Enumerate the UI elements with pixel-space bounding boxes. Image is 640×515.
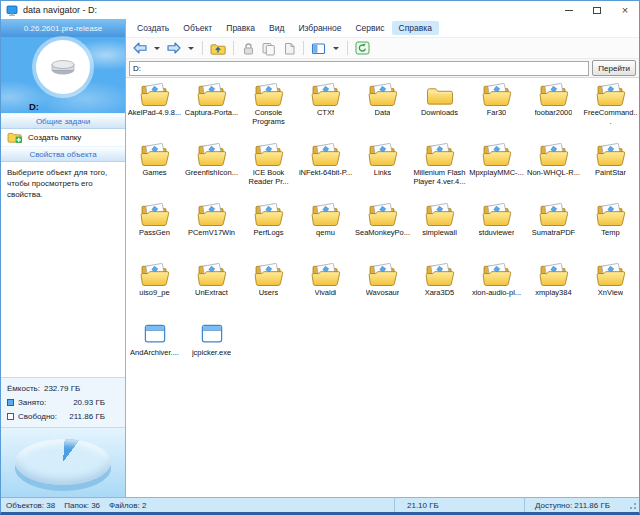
- menu-item-2[interactable]: Правка: [219, 21, 262, 35]
- address-bar: Перейти: [126, 58, 639, 78]
- file-item[interactable]: Non-WHQL-R...: [525, 140, 582, 200]
- views-button[interactable]: [308, 39, 329, 58]
- file-item[interactable]: Wavosaur: [354, 260, 411, 320]
- file-item-label: stduviewer: [479, 228, 515, 237]
- file-item[interactable]: xmplay384: [525, 260, 582, 320]
- file-icon: [139, 323, 171, 348]
- forward-dropdown-button[interactable]: [184, 39, 198, 58]
- file-item-label: UnExtract: [195, 288, 228, 297]
- file-item-label: Links: [374, 168, 392, 177]
- lock-icon: [240, 41, 256, 56]
- toolbar: [126, 37, 639, 58]
- folder-open-icon: [139, 143, 171, 168]
- back-dropdown-button[interactable]: [150, 39, 164, 58]
- minimize-button[interactable]: [555, 1, 583, 19]
- file-item[interactable]: Millenium Flash Player 4.ver.4...: [411, 140, 468, 200]
- file-item-label: Data: [375, 108, 391, 117]
- file-item[interactable]: AndArchiver....: [126, 320, 183, 380]
- file-item[interactable]: Temp: [582, 200, 639, 260]
- file-item[interactable]: PaintStar: [582, 140, 639, 200]
- drive-circle: [36, 40, 90, 94]
- file-item-label: simplewall: [422, 228, 457, 237]
- menu-bar: СоздатьОбъектПравкаВидИзбранноеСервисСпр…: [126, 19, 639, 37]
- folder-open-icon: [538, 83, 570, 108]
- paste-button-disabled[interactable]: [279, 39, 299, 58]
- file-item[interactable]: stduviewer: [468, 200, 525, 260]
- go-button[interactable]: Перейти: [592, 60, 636, 76]
- file-item[interactable]: iNFekt-64bit-P...: [297, 140, 354, 200]
- up-folder-button[interactable]: [207, 39, 229, 58]
- file-item-label: SeaMonkeyPo...: [355, 228, 410, 237]
- file-item[interactable]: PerfLogs: [240, 200, 297, 260]
- file-item[interactable]: Links: [354, 140, 411, 200]
- menu-item-4[interactable]: Избранное: [291, 21, 348, 35]
- file-item[interactable]: Vivaldi: [297, 260, 354, 320]
- refresh-icon: [354, 40, 371, 56]
- file-item[interactable]: PCemV17Win: [183, 200, 240, 260]
- file-item[interactable]: Console Programs: [240, 80, 297, 140]
- menu-item-5[interactable]: Сервис: [348, 21, 391, 35]
- folder-open-icon: [310, 203, 342, 228]
- file-item[interactable]: jcpicker.exe: [183, 320, 240, 380]
- file-item-label: XnView: [598, 288, 623, 297]
- file-item-label: Captura-Porta...: [185, 108, 238, 117]
- menu-item-1[interactable]: Объект: [176, 21, 219, 35]
- file-item[interactable]: Downloads: [411, 80, 468, 140]
- file-item[interactable]: Far30: [468, 80, 525, 140]
- menu-item-6[interactable]: Справка: [392, 21, 439, 35]
- file-item[interactable]: qemu: [297, 200, 354, 260]
- file-item[interactable]: Captura-Porta...: [183, 80, 240, 140]
- file-item-label: Temp: [601, 228, 619, 237]
- folder-open-icon: [424, 263, 456, 288]
- file-item[interactable]: AkelPad-4.9.8...: [126, 80, 183, 140]
- back-button[interactable]: [130, 39, 150, 58]
- file-view[interactable]: AkelPad-4.9.8...Captura-Porta...Console …: [126, 78, 639, 497]
- file-item[interactable]: PassGen: [126, 200, 183, 260]
- resize-grip[interactable]: [634, 507, 636, 509]
- menu-item-3[interactable]: Вид: [262, 21, 291, 35]
- file-item[interactable]: FreeCommand...: [582, 80, 639, 140]
- create-folder-task[interactable]: Создать папку: [1, 129, 125, 146]
- file-item[interactable]: Xara3D5: [411, 260, 468, 320]
- forward-button[interactable]: [164, 39, 184, 58]
- file-item[interactable]: CTXf: [297, 80, 354, 140]
- capacity-panel: Ёмкость: 232.79 ГБ Занято: 20.93 ГБ Своб…: [1, 377, 125, 427]
- file-item[interactable]: MpxplayMMC-...: [468, 140, 525, 200]
- views-dropdown-button[interactable]: [329, 39, 343, 58]
- file-item[interactable]: xion-audio-pl...: [468, 260, 525, 320]
- lock-button-disabled[interactable]: [238, 39, 258, 58]
- file-item[interactable]: SeaMonkeyPo...: [354, 200, 411, 260]
- status-available: Доступно: 211.86 ГБ: [535, 501, 610, 510]
- folder-open-icon: [310, 143, 342, 168]
- file-item-label: Downloads: [421, 108, 458, 117]
- file-item[interactable]: Games: [126, 140, 183, 200]
- refresh-button[interactable]: [352, 39, 373, 58]
- file-item[interactable]: UnExtract: [183, 260, 240, 320]
- file-item[interactable]: Data: [354, 80, 411, 140]
- status-objects: Объектов: 38: [6, 501, 55, 510]
- capacity-label: Ёмкость:: [7, 384, 40, 393]
- file-item[interactable]: SumatraPDF: [525, 200, 582, 260]
- maximize-icon: [593, 7, 601, 14]
- file-item[interactable]: XnView: [582, 260, 639, 320]
- address-input[interactable]: [129, 61, 589, 76]
- file-item[interactable]: foobar2000: [525, 80, 582, 140]
- used-legend-swatch: [7, 399, 14, 406]
- maximize-button[interactable]: [583, 1, 611, 19]
- close-button[interactable]: ×: [611, 1, 639, 19]
- copy-button-disabled[interactable]: [258, 39, 279, 58]
- folder-open-icon: [538, 263, 570, 288]
- file-item[interactable]: Users: [240, 260, 297, 320]
- file-item-label: Non-WHQL-R...: [527, 168, 580, 177]
- drive-letter: D:: [29, 101, 39, 112]
- menu-item-0[interactable]: Создать: [130, 21, 176, 35]
- folder-open-icon: [196, 203, 228, 228]
- file-item-label: Vivaldi: [315, 288, 337, 297]
- file-item[interactable]: GreenfishIcon...: [183, 140, 240, 200]
- minimize-icon: [565, 10, 573, 11]
- file-item[interactable]: simplewall: [411, 200, 468, 260]
- folder-open-icon: [367, 143, 399, 168]
- file-item-label: PerfLogs: [253, 228, 283, 237]
- file-item[interactable]: ICE Book Reader Pr...: [240, 140, 297, 200]
- file-item[interactable]: uiso9_pe: [126, 260, 183, 320]
